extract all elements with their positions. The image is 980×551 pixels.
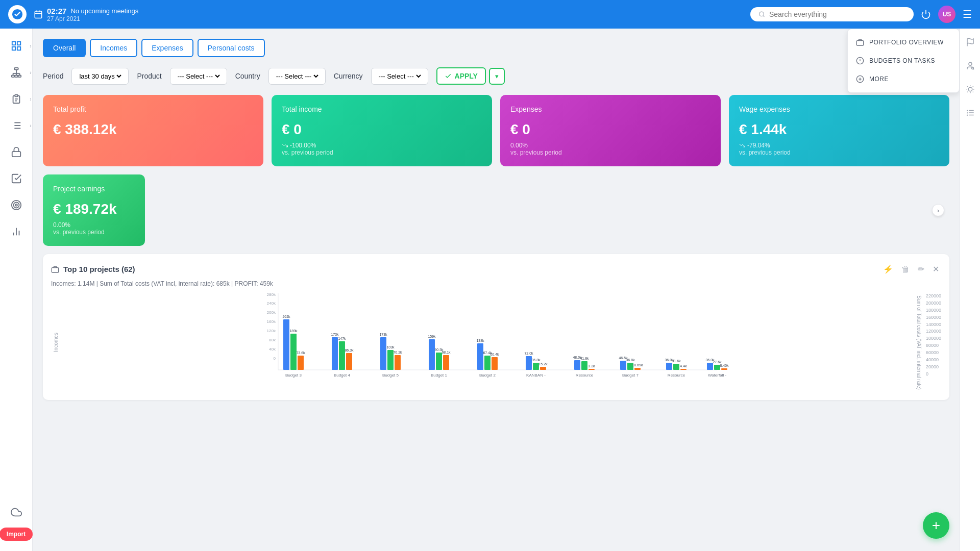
fab-button[interactable]: + [923, 512, 949, 539]
sidebar-item-reports[interactable] [5, 220, 28, 243]
apply-button[interactable]: APPLY [436, 67, 486, 85]
total-income-title: Total income [282, 105, 482, 113]
plus-circle-icon [856, 75, 864, 83]
project-earnings-change: 0.00% [53, 221, 135, 229]
svg-text:Budget 4: Budget 4 [334, 373, 351, 378]
search-input[interactable] [769, 10, 905, 18]
svg-text:262k: 262k [282, 315, 290, 318]
svg-text:41.8k: 41.8k [580, 357, 589, 360]
sidebar-item-goals[interactable] [5, 194, 28, 216]
svg-text:86.3k: 86.3k [345, 348, 354, 352]
sidebar-item-cloud[interactable] [5, 501, 28, 523]
sidebar-item-security[interactable] [5, 141, 28, 163]
svg-text:27.6k: 27.6k [713, 360, 722, 364]
right-sidebar [960, 29, 980, 551]
tab-personal-costs[interactable]: Personal costs [198, 39, 265, 57]
country-select[interactable]: --- Select --- [268, 68, 326, 85]
user-avatar[interactable]: US [938, 6, 955, 23]
svg-text:159k: 159k [428, 335, 436, 338]
chart-lightning-icon[interactable]: ⚡ [881, 262, 895, 276]
currency-dropdown[interactable]: --- Select --- [377, 72, 423, 81]
svg-point-39 [971, 67, 973, 69]
import-button[interactable]: Import [0, 528, 33, 541]
sidebar-item-list[interactable]: › [5, 114, 28, 137]
sidebar-item-tasks[interactable]: › [5, 88, 28, 110]
chart-edit-icon[interactable]: ✏ [916, 262, 926, 276]
budget-icon [856, 57, 864, 65]
flag-icon[interactable] [963, 35, 978, 50]
user-search-icon[interactable] [963, 58, 978, 73]
project-earnings-title: Project earnings [53, 185, 135, 193]
svg-rect-30 [12, 152, 20, 157]
currency-select[interactable]: --- Select --- [371, 68, 428, 85]
period-dropdown[interactable]: last 30 days last 7 days last 90 days [77, 72, 123, 81]
project-earnings-vs: vs. previous period [53, 229, 135, 236]
expenses-title: Expenses [510, 105, 710, 113]
svg-rect-134 [707, 363, 713, 370]
check-icon [445, 72, 452, 80]
period-select[interactable]: last 30 days last 7 days last 90 days [71, 68, 129, 85]
svg-rect-124 [634, 368, 641, 370]
expenses-change: 0.00% [510, 142, 710, 149]
svg-text:3.2k: 3.2k [588, 364, 595, 368]
svg-text:40k: 40k [269, 347, 276, 352]
tab-incomes[interactable]: Incomes [90, 39, 137, 57]
country-dropdown[interactable]: --- Select --- [274, 72, 320, 81]
svg-text:15.2k: 15.2k [538, 362, 548, 366]
svg-rect-53 [856, 41, 863, 45]
svg-rect-113 [574, 360, 580, 370]
svg-text:Budget 3: Budget 3 [285, 373, 302, 378]
app-logo[interactable] [8, 5, 27, 23]
expenses-value: € 0 [510, 121, 710, 138]
expenses-change-pct: 0.00% [510, 142, 528, 149]
svg-rect-10 [12, 47, 15, 50]
budgets-on-tasks-label: BUDGETS ON TASKS [869, 57, 935, 64]
svg-text:68.1k: 68.1k [442, 350, 451, 354]
total-income-change-pct: -100.00% [290, 142, 316, 149]
svg-text:10.69k: 10.69k [632, 363, 643, 367]
svg-text:173k: 173k [331, 333, 339, 336]
more-item[interactable]: MORE [848, 70, 959, 88]
svg-text:36.8k: 36.8k [531, 358, 541, 362]
svg-text:36.8k: 36.8k [626, 358, 635, 362]
svg-rect-1 [35, 11, 42, 18]
svg-point-38 [969, 62, 972, 65]
total-profit-title: Total profit [53, 105, 253, 113]
svg-rect-96 [443, 355, 449, 370]
svg-rect-13 [11, 76, 14, 78]
menu-icon[interactable]: ☰ [963, 8, 972, 20]
bulb-icon[interactable] [963, 82, 978, 97]
svg-rect-115 [581, 361, 587, 370]
tab-overall[interactable]: Overall [43, 39, 86, 57]
portfolio-overview-item[interactable]: PORTFOLIO OVERVIEW [848, 33, 959, 52]
svg-text:Budget 2: Budget 2 [479, 373, 496, 378]
product-select[interactable]: --- Select --- [170, 68, 227, 85]
search-box[interactable] [750, 7, 914, 21]
sidebar-item-check[interactable] [5, 167, 28, 190]
total-income-change: -100.00% [282, 142, 482, 149]
svg-text:120k: 120k [267, 329, 276, 333]
expand-right-chevron[interactable]: › [932, 204, 944, 216]
budgets-on-tasks-item[interactable]: BUDGETS ON TASKS [848, 52, 959, 70]
tab-expenses[interactable]: Expenses [141, 39, 193, 57]
chart-close-icon[interactable]: ✕ [930, 262, 941, 276]
chart-delete-icon[interactable]: 🗑 [899, 263, 912, 276]
product-dropdown[interactable]: --- Select --- [176, 72, 222, 81]
svg-text:Budget 5: Budget 5 [382, 373, 399, 378]
apply-dropdown-button[interactable]: ▾ [489, 68, 505, 85]
svg-rect-11 [17, 47, 20, 50]
y-axis-right: 220000 200000 180000 160000 140000 12000… [924, 293, 941, 392]
power-icon[interactable] [921, 9, 931, 19]
svg-text:80k: 80k [269, 338, 276, 342]
svg-rect-101 [484, 356, 491, 370]
task-list-icon[interactable] [963, 105, 978, 120]
trend-down-icon-2 [739, 142, 745, 148]
svg-point-33 [15, 204, 17, 206]
search-icon [758, 11, 765, 18]
sidebar-item-hierarchy[interactable]: › [5, 61, 28, 84]
product-label: Product [137, 72, 161, 80]
wage-expenses-value: € 1.44k [739, 121, 939, 138]
svg-rect-108 [533, 363, 539, 370]
sidebar-item-dashboard[interactable]: › [5, 35, 28, 57]
chart-section: Top 10 projects (62) ⚡ 🗑 ✏ ✕ Incomes: 1.… [43, 254, 949, 400]
